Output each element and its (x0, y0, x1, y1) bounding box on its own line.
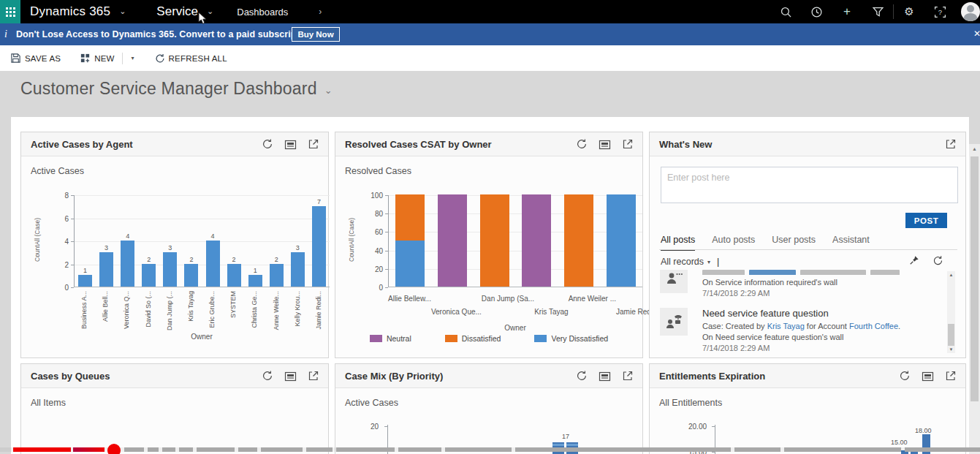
video-chapter-segment[interactable] (515, 447, 731, 452)
video-progress-knob[interactable] (107, 444, 121, 454)
video-chapter-segment[interactable] (162, 447, 175, 452)
bar[interactable] (227, 264, 241, 287)
app-name-service[interactable]: Service (156, 4, 198, 19)
search-icon[interactable] (770, 0, 801, 23)
refresh-icon[interactable] (576, 370, 588, 382)
video-chapter-segment[interactable] (336, 447, 395, 452)
tab-all-posts[interactable]: All posts (661, 235, 695, 251)
bar-segment[interactable] (480, 194, 509, 287)
video-progress-played[interactable] (13, 447, 71, 452)
post-item[interactable]: On Service information required's wall7/… (650, 270, 946, 303)
bar[interactable] (312, 206, 326, 287)
video-chapter-segment[interactable] (734, 447, 780, 452)
post-link[interactable]: Kris Tayag (767, 322, 805, 330)
view-records-icon[interactable] (284, 371, 297, 382)
video-chapter-segment[interactable] (905, 447, 980, 452)
video-chapter-segment[interactable] (124, 447, 144, 452)
post-link[interactable]: Fourth Coffee (849, 322, 898, 330)
new-button[interactable]: NEW (77, 45, 117, 71)
tab-auto-posts[interactable]: Auto posts (712, 235, 755, 251)
stacked-bar[interactable] (480, 194, 509, 287)
bar[interactable] (184, 264, 198, 287)
dashboard-selector-chevron-icon[interactable]: ⌄ (324, 85, 333, 96)
scroll-up-icon[interactable]: ▲ (969, 146, 980, 151)
app-launcher-waffle-icon[interactable] (0, 0, 20, 23)
brand-chevron-down-icon[interactable]: ⌄ (119, 7, 126, 16)
stacked-bar[interactable] (607, 194, 636, 287)
expand-popout-icon[interactable] (308, 370, 319, 382)
video-chapter-segment[interactable] (261, 447, 303, 452)
scroll-up-icon[interactable]: ▲ (947, 273, 955, 277)
video-chapter-segment[interactable] (238, 447, 257, 452)
bar-segment[interactable] (395, 194, 425, 241)
app-chevron-down-icon[interactable]: ⌄ (207, 7, 213, 16)
expand-popout-icon[interactable] (308, 138, 319, 150)
video-chapter-segment[interactable] (784, 447, 901, 452)
record-filter-dropdown[interactable]: All records ▾ | (661, 257, 719, 267)
stacked-bar[interactable] (564, 194, 593, 287)
bar[interactable] (78, 275, 92, 287)
bar[interactable] (142, 264, 156, 287)
video-progress-bar[interactable] (0, 447, 980, 454)
refresh-icon[interactable] (932, 255, 943, 266)
page-scrollbar-thumb[interactable] (970, 156, 979, 401)
video-chapter-segment[interactable] (179, 447, 193, 452)
post-item[interactable]: Need service feature questionCase: Creat… (650, 303, 946, 353)
bar[interactable] (248, 275, 262, 287)
scrollbar-thumb[interactable] (948, 324, 954, 346)
view-records-icon[interactable] (284, 139, 297, 150)
bar-segment[interactable] (607, 194, 636, 287)
stacked-bar[interactable] (438, 194, 467, 287)
refresh-all-button[interactable]: REFRESH ALL (152, 45, 230, 71)
recent-items-icon[interactable] (801, 0, 832, 23)
tab-user-posts[interactable]: User posts (772, 235, 816, 251)
posts-scrollbar[interactable]: ▲ ▼ (947, 271, 955, 353)
post-composer-input[interactable] (661, 167, 958, 203)
help-icon[interactable]: ? (924, 0, 955, 23)
bar[interactable] (270, 264, 284, 287)
video-chapter-segment[interactable] (197, 447, 235, 452)
view-records-icon[interactable] (599, 371, 611, 382)
buy-now-button[interactable]: Buy Now (292, 27, 340, 42)
settings-gear-icon[interactable]: ⚙ (894, 0, 924, 23)
page-scrollbar[interactable]: ▲ (969, 144, 980, 454)
expand-popout-icon[interactable] (945, 138, 957, 150)
expand-popout-icon[interactable] (945, 370, 957, 382)
tab-assistant[interactable]: Assistant (832, 235, 870, 251)
filter-icon[interactable] (862, 0, 893, 23)
bar-segment[interactable] (522, 194, 551, 287)
post-button[interactable]: POST (905, 213, 947, 228)
refresh-icon[interactable] (262, 370, 273, 382)
add-new-icon[interactable]: + (832, 0, 862, 23)
video-chapter-segment[interactable] (148, 447, 159, 452)
bar[interactable] (206, 241, 220, 287)
video-chapter-segment[interactable] (306, 447, 333, 452)
refresh-icon[interactable] (576, 138, 588, 150)
bar-segment[interactable] (438, 194, 467, 287)
video-chapter-segment[interactable] (398, 447, 441, 452)
new-dropdown-caret-icon[interactable]: ▾ (127, 55, 139, 61)
video-progress-played[interactable] (73, 447, 105, 452)
scroll-down-icon[interactable]: ▼ (947, 347, 955, 352)
bar[interactable] (163, 252, 177, 287)
stacked-bar[interactable] (395, 194, 425, 287)
refresh-icon[interactable] (899, 370, 911, 382)
view-records-icon[interactable] (922, 371, 934, 382)
brand-dynamics365[interactable]: Dynamics 365 (30, 4, 110, 19)
user-avatar[interactable] (961, 2, 980, 21)
refresh-icon[interactable] (262, 138, 273, 150)
video-chapter-segment[interactable] (445, 447, 512, 452)
expand-popout-icon[interactable] (622, 370, 634, 382)
bar[interactable] (291, 252, 305, 287)
bar[interactable] (99, 252, 113, 287)
notification-close-icon[interactable]: ✕ (973, 29, 980, 39)
pin-icon[interactable] (909, 255, 919, 265)
bar[interactable] (121, 241, 134, 287)
expand-popout-icon[interactable] (622, 138, 634, 150)
bar-segment[interactable] (564, 194, 593, 287)
stacked-bar[interactable] (522, 194, 551, 287)
view-records-icon[interactable] (599, 139, 611, 150)
bar-segment[interactable] (395, 241, 425, 287)
breadcrumb-dashboards[interactable]: Dashboards (237, 7, 288, 18)
save-as-button[interactable]: SAVE AS (7, 45, 64, 71)
